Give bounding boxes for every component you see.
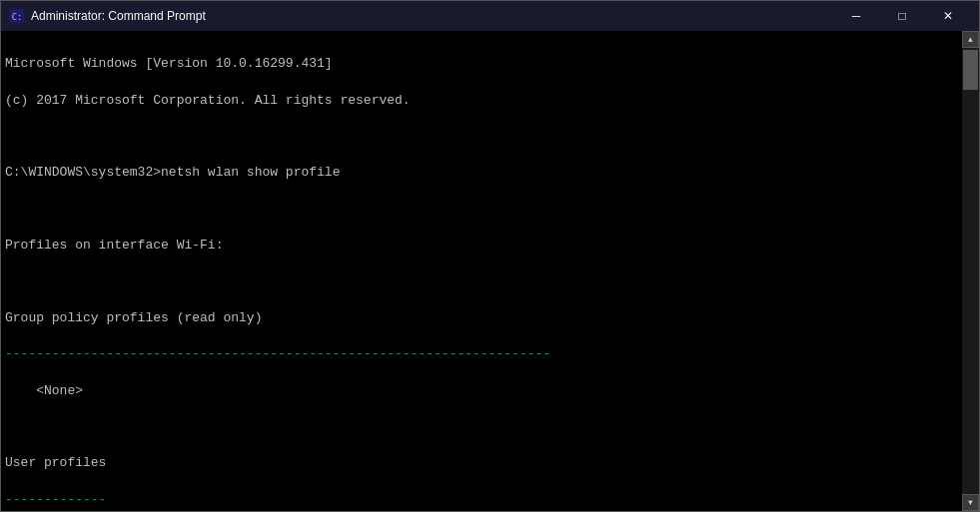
window-title: Administrator: Command Prompt xyxy=(31,9,833,23)
close-button[interactable]: ✕ xyxy=(925,1,971,31)
terminal-line-group-policy: Group policy profiles (read only) xyxy=(5,309,958,327)
scroll-thumb[interactable] xyxy=(963,50,978,90)
minimize-button[interactable]: ─ xyxy=(833,1,879,31)
terminal-line-6: Profiles on interface Wi-Fi: xyxy=(5,237,958,255)
svg-text:C:: C: xyxy=(12,12,23,22)
terminal-line-7 xyxy=(5,272,958,290)
cmd-icon: C: xyxy=(9,8,25,24)
window-controls: ─ □ ✕ xyxy=(833,1,971,31)
terminal-line-2: (c) 2017 Microsoft Corporation. All righ… xyxy=(5,92,958,110)
scroll-up-button[interactable]: ▲ xyxy=(962,31,979,48)
terminal-line-divider1: ----------------------------------------… xyxy=(5,345,958,363)
terminal-line-3 xyxy=(5,128,958,146)
terminal-line-5 xyxy=(5,201,958,219)
terminal-line-4: C:\WINDOWS\system32>netsh wlan show prof… xyxy=(5,164,958,182)
title-bar: C: Administrator: Command Prompt ─ □ ✕ xyxy=(1,1,979,31)
scroll-down-button[interactable]: ▼ xyxy=(962,494,979,511)
terminal-line-none: <None> xyxy=(5,382,958,400)
terminal-output[interactable]: Microsoft Windows [Version 10.0.16299.43… xyxy=(1,31,962,511)
terminal-line-user-profiles: User profiles xyxy=(5,454,958,472)
scrollbar: ▲ ▼ xyxy=(962,31,979,511)
terminal-line-divider2: ------------- xyxy=(5,491,958,509)
terminal-line-1: Microsoft Windows [Version 10.0.16299.43… xyxy=(5,55,958,73)
cmd-window: C: Administrator: Command Prompt ─ □ ✕ M… xyxy=(0,0,980,512)
scroll-track[interactable] xyxy=(962,48,979,494)
content-area: Microsoft Windows [Version 10.0.16299.43… xyxy=(1,31,979,511)
terminal-line-blank2 xyxy=(5,418,958,436)
maximize-button[interactable]: □ xyxy=(879,1,925,31)
